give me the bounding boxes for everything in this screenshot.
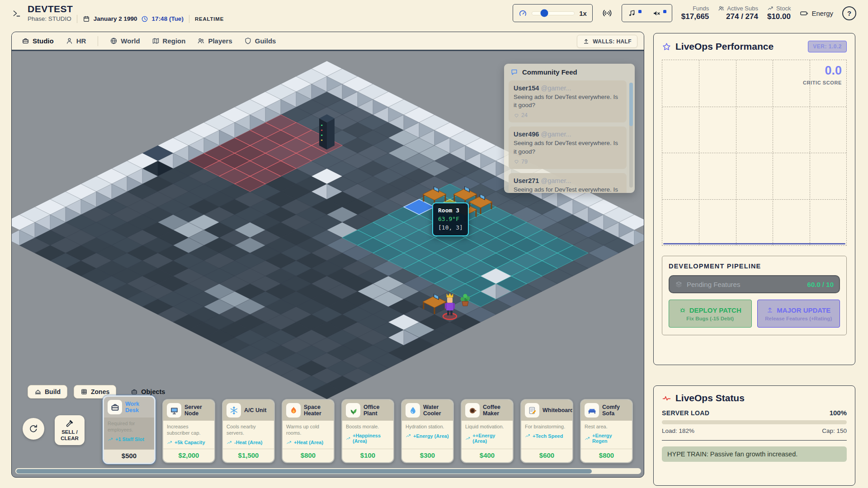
star-icon [662,42,671,52]
card-price: $400 [462,449,513,462]
post-username: User496 [514,131,539,138]
feed-post: User154 @gamer...Seeing ads for DevTest … [509,80,627,122]
speed-control[interactable]: 1x [513,4,593,22]
rotate-button[interactable] [23,418,44,440]
mute-icon[interactable] [652,9,661,18]
divider [662,440,847,441]
card-description: Boosts morale. [346,423,390,430]
post-text: Seeing ads for DevTest everywhere. Is it… [514,93,622,109]
zones-icon [80,388,88,395]
trend-icon [167,440,173,446]
rotate-icon [28,423,39,434]
tab-world[interactable]: World [110,37,140,45]
layers-icon [675,281,683,288]
tab-players[interactable]: Players [197,37,232,45]
sell-clear-label: SELL / CLEAR [57,429,82,442]
server-load-value: 100% [830,409,847,417]
card-title: Space Heater [304,404,330,417]
pulse-icon [662,394,671,403]
card-price: $100 [342,449,393,462]
sound-controls[interactable] [622,4,672,22]
server-rack [319,114,335,150]
bug-icon [679,306,686,314]
stock-stat: Stock $10.00 [767,5,791,21]
feed-scrollbar-thumb[interactable] [629,83,633,126]
card-stat: ++Energy (Area) [465,433,509,444]
tab-guilds[interactable]: Guilds [244,37,276,45]
card-stat: +Tech Speed [525,433,569,439]
card-stat: +1 Staff Slot [108,436,151,442]
object-card-whiteboard[interactable]: WhiteboardFor brainstorming.+Tech Speed$… [520,399,573,463]
object-card-space-heater[interactable]: Space HeaterWarms up cold rooms.+Heat (A… [282,399,335,463]
object-card-server-node[interactable]: Server NodeIncreases subscriber cap.+5k … [162,399,215,463]
terminal-icon [12,9,21,18]
major-sub: Release Features (+Rating) [765,316,832,321]
object-card-water-cooler[interactable]: Water CoolerHydration station.+Energy (A… [401,399,454,463]
post-likes: 24 [514,112,622,118]
funds-value: $17,665 [681,12,709,21]
tab-hr[interactable]: HR [66,37,86,45]
hammer-icon [65,418,75,428]
subs-label: Active Subs [727,5,758,12]
walls-icon [583,38,590,45]
card-stat: +Energy Regen [585,433,628,444]
card-title: Server Node [184,404,211,417]
chat-icon [510,68,518,76]
sell-clear-button[interactable]: SELL / CLEAR [55,415,85,445]
object-card-comfy-sofa[interactable]: Comfy SofaRest area.+Energy Regen$800 [580,399,633,463]
version-button[interactable]: VER: 1.0.2 [808,41,847,52]
tooltip-room: Room 3 [438,206,463,215]
zones-label: Zones [91,388,109,395]
card-description: Required for employees. [108,420,151,433]
funds-label: Funds [693,5,709,12]
app-title: DEVTEST [28,4,224,14]
toolbar-scrollbar[interactable] [15,468,641,474]
game-viewport: StudioHRWorldRegionPlayersGuilds WALLS: … [11,32,644,478]
critic-score-chart: 0.0 CRITIC SCORE [662,60,847,246]
snowflake-icon [226,403,241,418]
card-price: $300 [402,449,453,462]
status-title: LiveOps Status [675,393,847,404]
speed-gauge-icon [519,9,527,18]
speed-slider-knob[interactable] [541,9,548,17]
card-title: Comfy Sofa [602,404,628,417]
speed-slider[interactable] [532,11,575,15]
object-card-a-c-unit[interactable]: A/C UnitCools nearby servers.-Heat (Area… [222,399,275,463]
help-button[interactable]: ? [842,6,856,20]
build-tab[interactable]: Build [28,385,67,399]
post-handle: @gamer... [541,84,571,92]
object-card-coffee-maker[interactable]: Coffee MakerLiquid motivation.++Energy (… [461,399,514,463]
card-price: $1,500 [223,449,274,462]
phase-label: Phase: STUDIO [28,15,71,22]
server-load-fill [662,420,847,424]
feed-scrollbar[interactable] [629,83,633,188]
post-username: User271 [514,177,539,184]
calendar-icon [83,15,90,23]
card-stat: +Energy (Area) [406,433,449,439]
card-description: Warms up cold rooms. [286,423,330,436]
object-card-work-desk[interactable]: Work DeskRequired for employees.+1 Staff… [103,395,156,464]
card-price: $500 [104,449,154,463]
trend-icon [108,436,113,442]
tooltip-temp: 63.9°F [438,215,463,224]
deploy-patch-button[interactable]: DEPLOY PATCH Fix Bugs (-15 Debt) [669,300,752,328]
briefcase-icon [108,400,122,414]
map-icon [152,37,160,45]
trend-icon [525,433,531,439]
walls-toggle-button[interactable]: WALLS: HALF [577,35,637,48]
tab-studio[interactable]: Studio [22,37,54,45]
community-feed-panel: Community Feed User154 @gamer...Seeing a… [504,64,635,193]
funds-stat: Funds $17,665 [681,5,709,21]
server-load-label: SERVER LOAD [662,409,709,417]
objects-tab[interactable]: Objects [131,388,165,395]
toolbar-scrollbar-thumb[interactable] [16,469,592,474]
object-card-office-plant[interactable]: Office PlantBoosts morale.+Happiness (Ar… [341,399,394,463]
realtime-label: REALTIME [195,16,224,22]
music-icon[interactable] [627,9,636,18]
broadcast-icon[interactable] [602,8,613,19]
stock-label: Stock [776,5,791,12]
energy-button[interactable]: Energy [800,9,833,18]
stock-icon [767,5,774,12]
tab-region[interactable]: Region [152,37,186,45]
major-update-button[interactable]: MAJOR UPDATE Release Features (+Rating) [757,300,840,328]
